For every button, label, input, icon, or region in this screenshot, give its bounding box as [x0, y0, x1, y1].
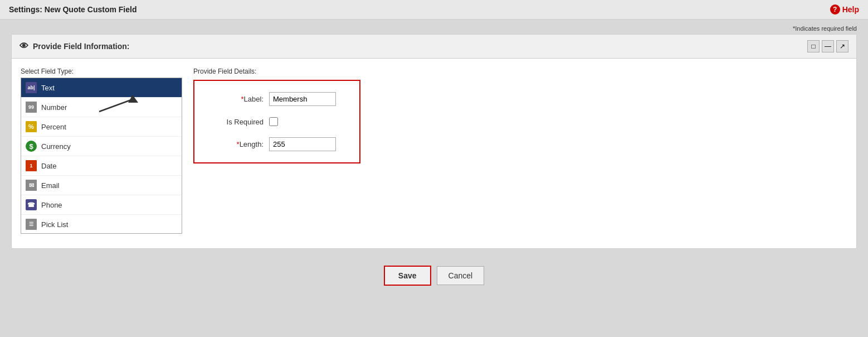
- field-type-phone-label: Phone: [41, 201, 62, 209]
- eye-icon: 👁: [19, 41, 28, 51]
- label-required-star: *: [241, 95, 244, 103]
- panel-body: Select Field Type: ab| Text 99 Number %: [12, 59, 856, 248]
- panel-collapse-button[interactable]: —: [822, 40, 834, 52]
- length-field-label: *Length:: [208, 140, 264, 148]
- percent-type-icon: %: [26, 121, 37, 132]
- number-type-icon: 99: [26, 102, 37, 113]
- field-type-date-label: Date: [41, 162, 56, 170]
- field-type-item-phone[interactable]: ☎ Phone: [21, 195, 182, 215]
- field-type-item-picklist[interactable]: ☰ Pick List: [21, 215, 182, 233]
- is-required-row: Is Required: [208, 117, 346, 126]
- date-type-icon: 1: [26, 160, 37, 171]
- field-type-text-label: Text: [41, 84, 55, 92]
- field-type-item-email[interactable]: ✉ Email: [21, 176, 182, 195]
- help-icon: ?: [830, 4, 840, 15]
- field-type-number-label: Number: [41, 103, 67, 112]
- field-type-label: Select Field Type:: [21, 68, 182, 75]
- help-button[interactable]: ? Help: [830, 4, 859, 15]
- main-container: *Indicates required field 👁 Provide Fiel…: [0, 20, 868, 254]
- panel-title: Provide Field Information:: [33, 42, 129, 51]
- page-title: Settings: New Quote Custom Field: [9, 5, 136, 14]
- field-type-item-text[interactable]: ab| Text: [21, 78, 182, 98]
- picklist-type-icon: ☰: [26, 219, 37, 230]
- panel-expand-button[interactable]: ↗: [836, 40, 849, 52]
- text-type-icon: ab|: [26, 82, 37, 93]
- length-input[interactable]: [269, 137, 336, 151]
- cancel-button[interactable]: Cancel: [437, 266, 485, 285]
- field-type-percent-label: Percent: [41, 123, 66, 131]
- top-bar: Settings: New Quote Custom Field ? Help: [0, 0, 868, 20]
- panel-controls: □ — ↗: [807, 40, 849, 52]
- field-type-email-label: Email: [41, 181, 60, 190]
- field-type-item-currency[interactable]: $ Currency: [21, 137, 182, 156]
- field-details-box: *Label: Is Required *Length:: [193, 80, 360, 163]
- field-type-item-percent[interactable]: % Percent: [21, 117, 182, 137]
- footer: Save Cancel: [0, 254, 868, 297]
- field-type-item-number[interactable]: 99 Number: [21, 98, 182, 117]
- panel-restore-button[interactable]: □: [807, 40, 820, 52]
- is-required-label: Is Required: [208, 118, 264, 126]
- panel-header-title: 👁 Provide Field Information:: [19, 41, 129, 51]
- required-note: *Indicates required field: [11, 25, 857, 32]
- panel: 👁 Provide Field Information: □ — ↗ Selec…: [11, 34, 857, 249]
- field-details-label: Provide Field Details:: [193, 68, 847, 75]
- label-input[interactable]: [269, 92, 336, 106]
- is-required-checkbox[interactable]: [269, 117, 278, 126]
- field-type-picklist-label: Pick List: [41, 220, 68, 229]
- email-type-icon: ✉: [26, 180, 37, 191]
- field-type-list-container: ab| Text 99 Number % Percent $: [21, 78, 182, 234]
- field-type-item-date[interactable]: 1 Date: [21, 156, 182, 176]
- field-type-section: Select Field Type: ab| Text 99 Number %: [21, 68, 182, 239]
- panel-header: 👁 Provide Field Information: □ — ↗: [12, 35, 856, 59]
- phone-type-icon: ☎: [26, 199, 37, 210]
- field-type-list[interactable]: ab| Text 99 Number % Percent $: [21, 78, 182, 233]
- label-row: *Label:: [208, 92, 346, 106]
- length-required-star: *: [237, 140, 240, 148]
- currency-type-icon: $: [26, 141, 37, 152]
- field-details-section: Provide Field Details: *Label: Is Requir…: [193, 68, 847, 239]
- help-label: Help: [842, 5, 859, 14]
- field-type-currency-label: Currency: [41, 142, 71, 151]
- label-field-label: *Label:: [208, 95, 264, 103]
- length-row: *Length:: [208, 137, 346, 151]
- save-button[interactable]: Save: [384, 266, 431, 286]
